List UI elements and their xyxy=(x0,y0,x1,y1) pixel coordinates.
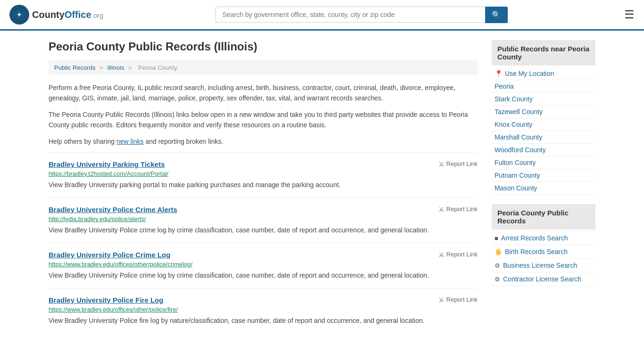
record-url-3[interactable]: https://www.bradley.edu/offices/other/po… xyxy=(49,306,478,313)
record-entry: Bradley University Police Crime Log ⚔ Re… xyxy=(49,243,478,288)
breadcrumb-illinois[interactable]: Illinois xyxy=(107,64,124,71)
record-url-1[interactable]: http://lydia.bradley.edu/police/alerts/ xyxy=(49,215,478,222)
nearby-link-0[interactable]: Peoria xyxy=(495,82,513,90)
rec-icon-0: ■ xyxy=(495,235,498,242)
nearby-link-7[interactable]: Putnam County xyxy=(495,172,540,179)
record-title-1[interactable]: Bradley University Police Crime Alerts xyxy=(49,206,177,214)
nearby-list: 📍 Use My Location PeoriaStark CountyTaze… xyxy=(492,67,595,195)
record-header-2: Bradley University Police Crime Log ⚔ Re… xyxy=(49,251,478,261)
public-records-list: ■Arrest Records Search🖐Birth Records Sea… xyxy=(492,231,595,286)
breadcrumb: Public Records > Illinois > Peoria Count… xyxy=(49,60,478,75)
public-records-link-0[interactable]: Arrest Records Search xyxy=(501,234,568,242)
public-records-link-3[interactable]: Contractor License Search xyxy=(503,275,581,283)
record-title-0[interactable]: Bradley University Parking Tickets xyxy=(49,160,165,168)
intro-paragraph-1: Perform a free Peoria County, IL public … xyxy=(49,82,478,104)
report-link-2[interactable]: ⚔ Report Link xyxy=(438,251,478,258)
public-records-link-2[interactable]: Business License Search xyxy=(503,262,577,269)
use-location-link[interactable]: Use My Location xyxy=(505,70,554,77)
report-icon-0: ⚔ xyxy=(438,160,445,168)
records-list: Bradley University Parking Tickets ⚔ Rep… xyxy=(49,152,478,333)
location-icon: 📍 xyxy=(495,70,503,77)
report-icon-2: ⚔ xyxy=(438,251,445,258)
nearby-link-item-6: Fulton County xyxy=(492,156,595,169)
record-header-1: Bradley University Police Crime Alerts ⚔… xyxy=(49,206,478,215)
nearby-link-4[interactable]: Marshall County xyxy=(495,133,542,141)
record-title-3[interactable]: Bradley University Police Fire Log xyxy=(49,296,163,304)
rec-icon-3: ⚙ xyxy=(495,276,500,283)
page-title: Peoria County Public Records (Illinois) xyxy=(49,40,478,53)
nearby-link-item-7: Putnam County xyxy=(492,169,595,182)
report-link-0[interactable]: ⚔ Report Link xyxy=(438,160,478,168)
public-records-link-1[interactable]: Birth Records Search xyxy=(505,248,568,255)
logo-text: CountyOffice.org xyxy=(32,9,103,20)
nearby-link-8[interactable]: Mason County xyxy=(495,184,537,192)
nearby-link-item-5: Woodford County xyxy=(492,144,595,156)
content-area: Peoria County Public Records (Illinois) … xyxy=(49,40,478,333)
record-entry: Bradley University Police Crime Alerts ⚔… xyxy=(49,197,478,243)
breadcrumb-sep1: > xyxy=(99,64,105,71)
record-title-2[interactable]: Bradley University Police Crime Log xyxy=(49,251,170,259)
record-url-2[interactable]: https://www.bradley.edu/offices/other/po… xyxy=(49,261,478,268)
sidebar: Public Records near Peoria County 📍 Use … xyxy=(492,40,595,333)
report-link-1[interactable]: ⚔ Report Link xyxy=(438,206,478,213)
logo: ✦ CountyOffice.org xyxy=(9,5,103,25)
nearby-link-item-3: Knox County xyxy=(492,118,595,131)
public-records-link-item-0: ■Arrest Records Search xyxy=(492,231,595,245)
record-entry: Bradley University Police Fire Log ⚔ Rep… xyxy=(49,288,478,333)
search-input[interactable] xyxy=(215,7,485,23)
nearby-link-2[interactable]: Tazewell County xyxy=(495,108,543,115)
public-records-link-item-1: 🖐Birth Records Search xyxy=(492,245,595,259)
record-desc-0: View Bradley University parking portal t… xyxy=(49,180,478,190)
search-area: 🔍 xyxy=(215,7,508,23)
main-container: Peoria County Public Records (Illinois) … xyxy=(39,31,605,343)
intro-paragraph-2: The Peoria County Public Records (Illino… xyxy=(49,109,478,131)
nearby-header: Public Records near Peoria County xyxy=(492,40,595,66)
nearby-link-3[interactable]: Knox County xyxy=(495,121,532,128)
report-icon-3: ⚔ xyxy=(438,296,445,304)
record-header-0: Bradley University Parking Tickets ⚔ Rep… xyxy=(49,160,478,170)
record-desc-2: View Bradley University Police crime log… xyxy=(49,271,478,280)
nearby-link-1[interactable]: Stark County xyxy=(495,95,533,103)
breadcrumb-sep2: > xyxy=(128,64,133,71)
svg-text:✦: ✦ xyxy=(17,11,22,18)
public-records-link-item-2: ⚙Business License Search xyxy=(492,259,595,272)
public-records-header: Peoria County Public Records xyxy=(492,204,595,230)
public-records-section: Peoria County Public Records ■Arrest Rec… xyxy=(492,204,595,286)
public-records-link-item-3: ⚙Contractor License Search xyxy=(492,272,595,286)
report-link-3[interactable]: ⚔ Report Link xyxy=(438,296,478,304)
record-entry: Bradley University Parking Tickets ⚔ Rep… xyxy=(49,152,478,197)
help-text: Help others by sharing new links and rep… xyxy=(49,136,478,147)
breadcrumb-current: Peoria County xyxy=(138,64,177,71)
use-location-item: 📍 Use My Location xyxy=(492,67,595,80)
search-icon: 🔍 xyxy=(492,11,501,19)
record-desc-3: View Bradley University Police fire log … xyxy=(49,316,478,326)
nearby-link-item-1: Stark County xyxy=(492,93,595,106)
nearby-section: Public Records near Peoria County 📍 Use … xyxy=(492,40,595,195)
rec-icon-2: ⚙ xyxy=(495,262,500,269)
report-icon-1: ⚔ xyxy=(438,206,445,213)
nearby-link-item-2: Tazewell County xyxy=(492,106,595,118)
rec-icon-1: 🖐 xyxy=(495,248,502,255)
logo-icon: ✦ xyxy=(9,5,29,25)
nearby-link-5[interactable]: Woodford County xyxy=(495,146,546,154)
record-url-0[interactable]: https://bradley.t2hosted.com/Account/Por… xyxy=(49,170,478,177)
nearby-link-item-4: Marshall County xyxy=(492,131,595,144)
record-desc-1: View Bradley University Police crime log… xyxy=(49,225,478,235)
site-header: ✦ CountyOffice.org 🔍 ☰ xyxy=(0,0,644,31)
breadcrumb-public-records[interactable]: Public Records xyxy=(54,64,95,71)
nearby-link-6[interactable]: Fulton County xyxy=(495,159,536,166)
new-links-link[interactable]: new links xyxy=(116,138,144,145)
search-button[interactable]: 🔍 xyxy=(485,7,508,23)
nearby-link-item-0: Peoria xyxy=(492,80,595,93)
record-header-3: Bradley University Police Fire Log ⚔ Rep… xyxy=(49,296,478,306)
menu-icon[interactable]: ☰ xyxy=(624,8,635,21)
nearby-link-item-8: Mason County xyxy=(492,182,595,195)
